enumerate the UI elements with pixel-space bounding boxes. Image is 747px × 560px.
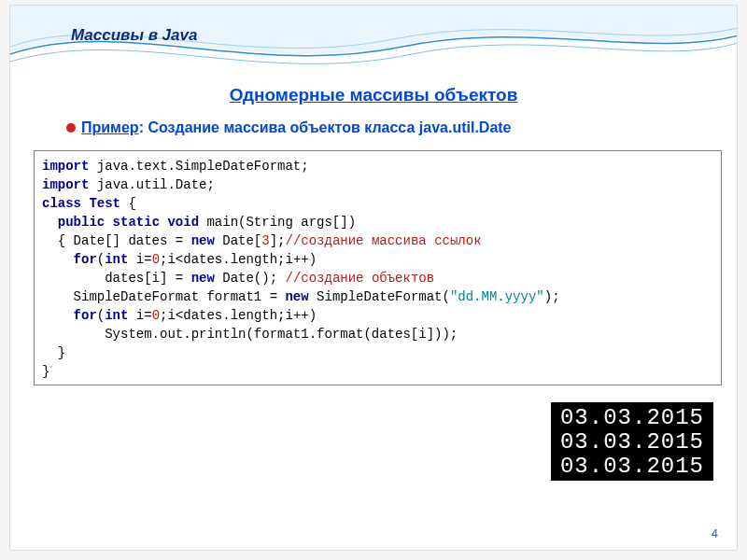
output-line: 03.03.2015 [560,430,704,455]
bullet-icon [66,123,76,133]
example-colon: : [139,119,148,135]
example-line: Пример: Создание массива объектов класса… [66,119,512,136]
slide: Массивы в Java Одномерные массивы объект… [9,5,738,551]
output-line: 03.03.2015 [560,455,704,479]
code-block: import java.text.SimpleDateFormat; impor… [34,150,722,385]
console-output: 03.03.2015 03.03.2015 03.03.2015 [551,402,713,481]
output-line: 03.03.2015 [560,406,704,430]
example-text: Создание массива объектов класса java.ut… [148,119,511,135]
page-number: 4 [712,526,718,540]
example-label: Пример [81,119,139,135]
section-title: Одномерные массивы объектов [10,85,737,105]
slide-title: Массивы в Java [71,26,197,45]
